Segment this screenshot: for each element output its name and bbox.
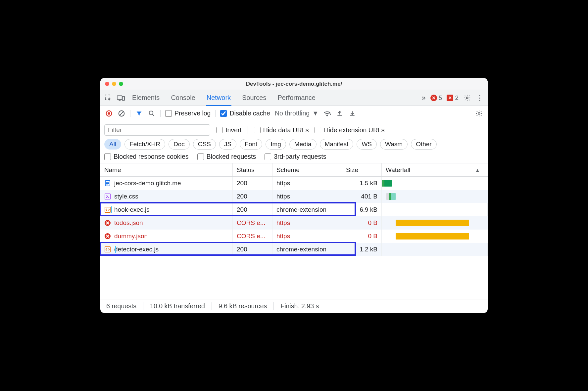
tab-console[interactable]: Console: [171, 90, 195, 106]
type-filter-fetchxhr[interactable]: Fetch/XHR: [124, 139, 165, 150]
error-icon: [104, 233, 111, 239]
third-party-checkbox[interactable]: 3rd-party requests: [265, 153, 326, 160]
svg-line-8: [120, 111, 123, 115]
col-size[interactable]: Size: [342, 163, 382, 176]
panel-settings-icon[interactable]: [475, 109, 483, 117]
request-scheme: https: [272, 230, 342, 243]
request-scheme: chrome-extension: [272, 203, 342, 216]
chevron-down-icon: ▼: [312, 109, 318, 117]
css-icon: [104, 193, 111, 200]
table-row[interactable]: hook-exec.js200chrome-extension6.9 kB: [100, 203, 488, 216]
type-filter-js[interactable]: JS: [219, 139, 236, 150]
type-filter-all[interactable]: All: [104, 139, 121, 150]
preserve-log-checkbox[interactable]: Preserve log: [165, 109, 211, 117]
gear-icon[interactable]: [463, 94, 471, 102]
svg-line-10: [153, 114, 154, 115]
tab-performance[interactable]: Performance: [278, 90, 316, 106]
request-size: 0 B: [342, 216, 382, 230]
throttling-select[interactable]: No throttling ▼: [275, 109, 318, 117]
request-scheme: https: [272, 177, 342, 190]
device-toggle-icon[interactable]: [117, 94, 125, 102]
request-waterfall: [382, 216, 488, 230]
table-row[interactable]: detector-exec.js200chrome-extension1.2 k…: [100, 243, 488, 256]
request-status: CORS e...: [233, 230, 272, 243]
hide-data-urls-checkbox[interactable]: Hide data URLs: [254, 126, 309, 134]
type-filter-css[interactable]: CSS: [193, 139, 216, 150]
table-row[interactable]: todos.jsonCORS e...https0 B: [100, 216, 488, 230]
request-name: dummy.json: [114, 233, 148, 240]
disable-cache-checkbox[interactable]: Disable cache: [220, 109, 270, 117]
network-conditions-icon[interactable]: [323, 109, 331, 117]
request-status: 200: [233, 243, 272, 256]
type-filter-other[interactable]: Other: [411, 139, 437, 150]
table-body: jec-cors-demo.glitch.me200https1.5 kBsty…: [100, 177, 488, 299]
svg-line-12: [329, 111, 331, 115]
type-filter-media[interactable]: Media: [289, 139, 317, 150]
type-filter-font[interactable]: Font: [240, 139, 262, 150]
col-status[interactable]: Status: [233, 163, 272, 176]
tab-sources[interactable]: Sources: [242, 90, 266, 106]
table-row[interactable]: style.css200https401 B: [100, 190, 488, 203]
error-icon: ✕: [430, 95, 437, 101]
blocked-requests-checkbox[interactable]: Blocked requests: [197, 153, 256, 160]
kebab-icon[interactable]: ⋮: [476, 94, 484, 102]
request-status: 200: [233, 177, 272, 190]
status-bar: 6 requests 10.0 kB transferred 9.6 kB re…: [100, 299, 488, 313]
clear-button[interactable]: [118, 109, 125, 117]
blocked-cookies-checkbox[interactable]: Blocked response cookies: [104, 153, 189, 160]
inspect-icon[interactable]: [104, 94, 112, 102]
issue-icon: ✕: [447, 95, 453, 101]
titlebar: DevTools - jec-cors-demo.glitch.me/: [100, 78, 488, 90]
svg-point-4: [466, 97, 468, 99]
request-waterfall: [382, 243, 488, 256]
search-icon[interactable]: [148, 109, 156, 117]
js-icon: [104, 206, 111, 213]
invert-checkbox[interactable]: Invert: [216, 126, 242, 134]
error-icon: [104, 220, 111, 226]
summary-requests: 6 requests: [106, 302, 143, 310]
type-filter-ws[interactable]: WS: [357, 139, 377, 150]
tab-network[interactable]: Network: [207, 90, 231, 106]
table-row[interactable]: jec-cors-demo.glitch.me200https1.5 kB: [100, 177, 488, 190]
hide-extension-urls-checkbox[interactable]: Hide extension URLs: [315, 126, 384, 134]
request-name: todos.json: [114, 219, 143, 227]
network-toolbar: Preserve log Disable cache No throttling…: [100, 106, 488, 121]
request-size: 0 B: [342, 230, 382, 243]
maximize-button[interactable]: [119, 82, 123, 86]
summary-finish: Finish: 2.93 s: [274, 302, 325, 310]
col-name[interactable]: Name: [100, 163, 233, 176]
type-filter-img[interactable]: Img: [266, 139, 286, 150]
request-scheme: https: [272, 190, 342, 203]
filter-input[interactable]: [104, 124, 210, 136]
request-status: 200: [233, 190, 272, 203]
col-scheme[interactable]: Scheme: [272, 163, 342, 176]
type-filter-manifest[interactable]: Manifest: [320, 139, 354, 150]
svg-point-9: [149, 111, 153, 115]
minimize-button[interactable]: [112, 82, 116, 86]
summary-transferred: 10.0 kB transferred: [143, 302, 212, 310]
request-status: 200: [233, 203, 272, 216]
svg-point-11: [327, 115, 328, 116]
more-tabs-button[interactable]: »: [422, 94, 426, 102]
download-icon[interactable]: [348, 109, 356, 117]
upload-icon[interactable]: [336, 109, 344, 117]
table-row[interactable]: dummy.jsonCORS e...https0 B: [100, 230, 488, 243]
col-waterfall[interactable]: Waterfall▲: [382, 163, 488, 176]
window-title: DevTools - jec-cors-demo.glitch.me/: [246, 81, 342, 87]
type-filter-wasm[interactable]: Wasm: [380, 139, 408, 150]
request-waterfall: [382, 230, 488, 243]
request-name: jec-cors-demo.glitch.me: [114, 180, 181, 187]
error-count[interactable]: ✕ 5: [430, 94, 442, 102]
svg-rect-1: [117, 96, 122, 99]
record-button[interactable]: [105, 109, 113, 117]
warning-count[interactable]: ✕ 2: [447, 94, 459, 102]
summary-resources: 9.6 kB resources: [212, 302, 274, 310]
filter-bar: Invert Hide data URLs Hide extension URL…: [100, 121, 488, 163]
tab-elements[interactable]: Elements: [132, 90, 160, 106]
close-button[interactable]: [105, 82, 109, 86]
doc-icon: [104, 180, 111, 187]
request-size: 1.5 kB: [342, 177, 382, 190]
filter-icon[interactable]: [135, 109, 143, 117]
type-filter-doc[interactable]: Doc: [169, 139, 190, 150]
request-name: detector-exec.js: [114, 246, 159, 253]
